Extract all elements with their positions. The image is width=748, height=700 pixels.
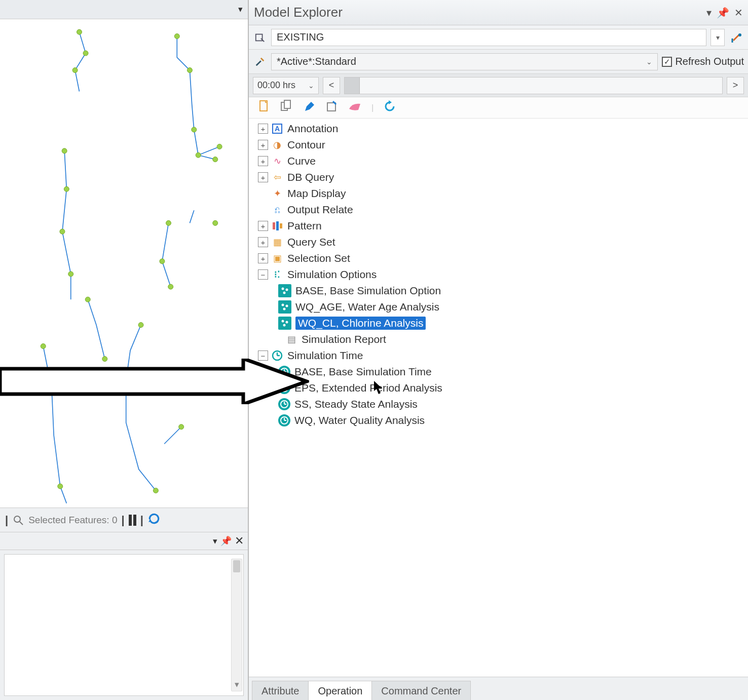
tree-child-node[interactable]: BASE, Base Simulation Option xyxy=(249,283,748,299)
tree-node-icon: ▦ xyxy=(271,236,283,248)
tree-child-node[interactable]: SS, Steady State Anlaysis xyxy=(249,396,748,412)
tree-node-label: Query Set xyxy=(287,236,335,248)
svg-point-18 xyxy=(49,386,54,391)
rename-icon[interactable] xyxy=(326,100,338,115)
svg-point-6 xyxy=(196,152,201,158)
svg-marker-62 xyxy=(374,381,382,394)
tree-body[interactable]: +AAnnotation+◑Contour+∿Curve+⇦DB Query✦M… xyxy=(249,119,748,677)
lower-panel-body: ▾ xyxy=(4,554,244,696)
svg-point-13 xyxy=(68,271,73,277)
tree-node[interactable]: +▣Selection Set xyxy=(249,250,748,266)
svg-point-14 xyxy=(166,220,171,225)
svg-point-43 xyxy=(282,320,284,323)
reload-icon[interactable] xyxy=(384,100,396,115)
active-simulation-text: *Active*:Standard xyxy=(277,56,356,67)
dropdown-icon[interactable]: ▾ xyxy=(706,7,712,19)
tree-child-node[interactable]: EPS, Extended Period Analysis xyxy=(249,380,748,396)
scrollbar[interactable]: ▾ xyxy=(231,559,242,691)
dropdown-icon[interactable]: ▾ xyxy=(238,4,243,15)
expand-icon[interactable]: + xyxy=(258,140,268,150)
tree-node[interactable]: −Simulation Time xyxy=(249,347,748,364)
tree-node-label: WQ_AGE, Water Age Analysis xyxy=(295,301,439,313)
tree-child-node[interactable]: WQ_AGE, Water Age Analysis xyxy=(249,299,748,315)
tree-node-icon xyxy=(278,317,291,330)
scenario-search-icon[interactable] xyxy=(253,30,267,45)
tree-node-label: Simulation Time xyxy=(287,349,363,362)
new-icon[interactable] xyxy=(258,99,270,116)
tree-node[interactable]: ⎌Output Relate xyxy=(249,202,748,218)
expand-icon[interactable]: + xyxy=(258,221,268,231)
svg-point-16 xyxy=(168,284,173,289)
close-icon[interactable]: ✕ xyxy=(235,534,244,548)
svg-point-23 xyxy=(124,377,129,382)
selected-features-label: Selected Features: 0 xyxy=(28,515,117,526)
run-scenario-icon[interactable] xyxy=(729,30,744,45)
tree-node-icon xyxy=(278,414,290,426)
svg-point-17 xyxy=(41,343,46,348)
tree-node-icon: ▣ xyxy=(271,252,283,264)
tree-node-label: Simulation Report xyxy=(302,333,386,345)
scenario-dropdown-button[interactable]: ▾ xyxy=(710,29,725,46)
delete-icon[interactable] xyxy=(348,102,361,113)
edit-icon[interactable] xyxy=(304,100,316,115)
close-icon[interactable]: ✕ xyxy=(734,7,743,19)
expand-icon[interactable]: + xyxy=(258,156,268,166)
tree-node[interactable]: +Pattern xyxy=(249,218,748,234)
pin-icon[interactable]: 📌 xyxy=(220,535,232,547)
tree-node-label: Output Relate xyxy=(287,204,353,216)
expand-icon[interactable]: + xyxy=(258,237,268,247)
tree-node-icon xyxy=(278,382,290,394)
tree-node-label: Simulation Options xyxy=(287,268,377,281)
tree-child-node[interactable]: WQ_CL, Chlorine Analysis xyxy=(249,315,748,331)
tree-node[interactable]: ▤Simulation Report xyxy=(249,331,748,347)
tab-operation[interactable]: Operation xyxy=(308,681,372,700)
expand-icon[interactable]: + xyxy=(258,172,268,182)
scenario-name-text: EXISTING xyxy=(277,31,324,43)
step-back-button[interactable]: < xyxy=(323,77,340,94)
tree-child-node[interactable]: BASE, Base Simulation Time xyxy=(249,364,748,380)
copy-icon[interactable] xyxy=(280,99,293,116)
map-status-bar: | Selected Features: 0 | | xyxy=(0,508,248,532)
spacer xyxy=(258,188,268,199)
svg-point-10 xyxy=(62,148,67,153)
collapse-icon[interactable]: − xyxy=(258,351,268,361)
svg-point-44 xyxy=(286,321,288,324)
tab-attribute[interactable]: Attribute xyxy=(252,681,309,700)
magnify-select-icon[interactable] xyxy=(12,514,24,526)
tools-icon[interactable] xyxy=(253,55,267,69)
expand-icon[interactable]: + xyxy=(258,124,268,134)
tree-node[interactable]: −⁝⁚Simulation Options xyxy=(249,266,748,283)
collapse-icon[interactable]: − xyxy=(258,269,268,280)
scenario-row: EXISTING ▾ xyxy=(249,25,748,50)
active-simulation-dropdown[interactable]: *Active*:Standard ⌄ xyxy=(271,53,658,70)
refresh-output-checkbox[interactable]: ✓ Refresh Output xyxy=(662,56,744,67)
tree-node[interactable]: +◑Contour xyxy=(249,137,748,153)
step-forward-button[interactable]: > xyxy=(727,77,744,94)
svg-point-41 xyxy=(286,305,288,307)
time-slider[interactable] xyxy=(344,77,723,94)
tree-node[interactable]: ✦Map Display xyxy=(249,185,748,202)
tree-child-node[interactable]: WQ, Water Quality Analysis xyxy=(249,412,748,429)
expand-icon[interactable]: + xyxy=(258,253,268,263)
refresh-icon[interactable] xyxy=(147,512,161,528)
tree-node-label: Contour xyxy=(287,139,325,151)
tree-node[interactable]: +▦Query Set xyxy=(249,234,748,250)
svg-point-11 xyxy=(64,186,69,191)
tree-node[interactable]: +AAnnotation xyxy=(249,121,748,137)
dropdown-icon[interactable]: ▾ xyxy=(213,536,217,547)
tree-node-icon xyxy=(278,398,290,410)
svg-rect-35 xyxy=(327,103,335,111)
pause-icon[interactable] xyxy=(129,515,136,526)
time-value-text: 00:00 hrs xyxy=(257,80,295,91)
tree-node-icon xyxy=(271,349,283,362)
tab-command-center[interactable]: Command Center xyxy=(371,681,471,700)
tree-node[interactable]: +⇦DB Query xyxy=(249,169,748,185)
svg-point-39 xyxy=(283,292,286,294)
time-value-dropdown[interactable]: 00:00 hrs ⌄ xyxy=(253,77,319,94)
scenario-name-field[interactable]: EXISTING xyxy=(271,29,706,46)
map-canvas[interactable] xyxy=(0,19,248,508)
tree-node[interactable]: +∿Curve xyxy=(249,153,748,169)
svg-point-2 xyxy=(72,68,78,73)
refresh-output-label: Refresh Output xyxy=(675,56,744,67)
pin-icon[interactable]: 📌 xyxy=(717,7,729,19)
